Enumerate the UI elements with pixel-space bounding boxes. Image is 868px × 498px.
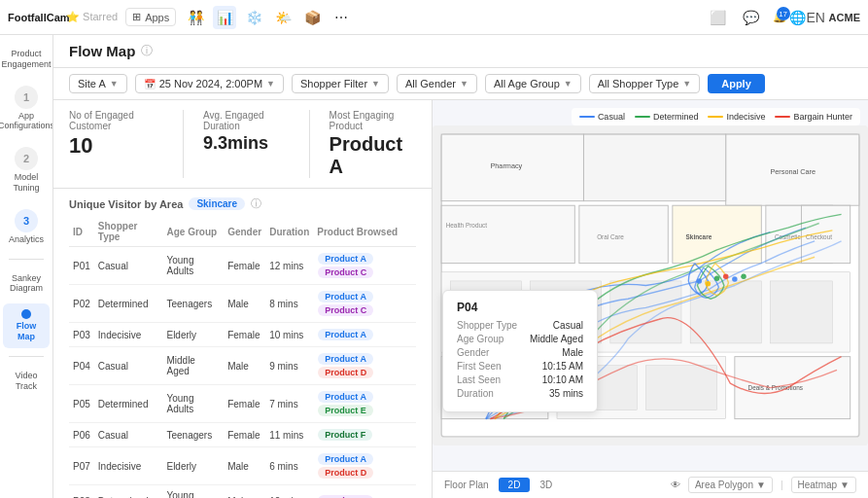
product-label: Most Engaging Product <box>330 110 416 131</box>
sidebar-item-flow-map[interactable]: Flow Map <box>3 303 50 348</box>
notification-badge: 17 <box>777 7 790 20</box>
app-icon-2[interactable]: 📊 <box>213 6 236 29</box>
right-panel: Casual Determined Indecisive Bargai <box>433 100 868 498</box>
cell-age: Teenagers <box>162 285 224 323</box>
heatmap-caret: ▼ <box>840 480 850 490</box>
cell-gender: Female <box>224 247 265 285</box>
svg-rect-6 <box>583 134 725 201</box>
gender-filter-value: All Gender <box>405 78 456 89</box>
sidebar-item-video-track[interactable]: Video Track <box>3 365 50 398</box>
sidebar-item-analytics[interactable]: 3 Analytics <box>3 203 50 251</box>
product-tag: Product C <box>318 304 373 316</box>
monitor-icon[interactable]: ⬜ <box>707 6 730 29</box>
language-selector[interactable]: 🌐 EN <box>796 6 819 29</box>
site-filter[interactable]: Site A ▼ <box>69 74 127 93</box>
tab-2d[interactable]: 2D <box>499 478 531 492</box>
app-icons: 🧑‍🤝‍🧑 📊 ❄️ 🌤️ 📦 ⋯ <box>184 6 353 29</box>
popup-duration-label: Duration <box>457 388 494 399</box>
table-row[interactable]: P03 Indecisive Elderly Female 10 mins Pr… <box>69 323 416 347</box>
cell-id: P07 <box>69 447 94 485</box>
chat-icon[interactable]: 💬 <box>740 6 763 29</box>
stats-row: No of Engaged Customer 10 Avg. Engaged D… <box>53 100 432 189</box>
age-filter[interactable]: All Age Group ▼ <box>485 74 581 93</box>
sidebar-item-label-flow-map: Flow Map <box>7 321 46 342</box>
table-row[interactable]: P08 Determined Young Adults Male 12 mins… <box>69 485 416 499</box>
tab-3d[interactable]: 3D <box>530 478 562 492</box>
cell-age: Young Adults <box>162 485 224 499</box>
date-filter[interactable]: 📅 25 Nov 2024, 2:00PM ▼ <box>135 74 284 93</box>
cell-age: Elderly <box>162 447 224 485</box>
app-icon-4[interactable]: 🌤️ <box>271 6 295 29</box>
shopper-filter[interactable]: Shopper Filter ▼ <box>292 74 389 93</box>
table-body: P01 Casual Young Adults Female 12 mins P… <box>69 247 416 499</box>
popup-age-row: Age Group Middle Aged <box>457 334 583 344</box>
cell-gender: Male <box>224 285 265 323</box>
engaged-label: No of Engaged Customer <box>69 110 163 131</box>
popup-shopper-type-row: Shopper Type Casual <box>457 320 583 331</box>
notifications-button[interactable]: 🔔 17 <box>773 11 786 23</box>
table-row[interactable]: P07 Indecisive Elderly Male 6 mins Produ… <box>69 447 416 485</box>
step-3-circle: 3 <box>15 209 38 232</box>
heatmap-select[interactable]: Heatmap ▼ <box>791 477 856 493</box>
calendar-icon: 📅 <box>144 79 156 89</box>
area-polygon-select[interactable]: Area Polygon ▼ <box>688 477 773 493</box>
cell-products: Product A <box>313 323 416 347</box>
sidebar-item-sankey[interactable]: Sankey Diagram <box>3 267 50 301</box>
duration-stat: Avg. Engaged Duration 9.3mins <box>203 110 290 178</box>
starred-link[interactable]: ⭐ Starred <box>66 11 118 23</box>
sidebar-item-model-tuning[interactable]: 2 Model Tuning <box>3 141 50 199</box>
cell-type: Indecisive <box>94 323 163 347</box>
more-apps-button[interactable]: ⋯ <box>330 6 353 29</box>
cell-type: Determined <box>94 285 163 323</box>
popup-gender-row: Gender Male <box>457 347 583 358</box>
table-row[interactable]: P05 Determined Young Adults Female 7 min… <box>69 385 416 423</box>
cell-id: P02 <box>69 285 94 323</box>
determined-label: Determined <box>653 112 699 122</box>
app-icon-1[interactable]: 🧑‍🤝‍🧑 <box>184 6 207 29</box>
visitor-popup: P04 Shopper Type Casual Age Group Middle… <box>442 290 598 412</box>
table-row[interactable]: P02 Determined Teenagers Male 8 mins Pro… <box>69 285 416 323</box>
table-row[interactable]: P04 Casual Middle Aged Male 9 mins Produ… <box>69 347 416 385</box>
sidebar-product-engagement[interactable]: ProductEngagement <box>1 43 52 76</box>
app-icon-3[interactable]: ❄️ <box>242 6 265 29</box>
floor-plan-label: Floor Plan <box>444 480 489 490</box>
apps-button[interactable]: ⊞ Apps <box>125 8 176 26</box>
popup-first-seen-value: 10:15 AM <box>542 361 583 372</box>
svg-point-31 <box>714 275 719 280</box>
svg-point-33 <box>723 274 728 279</box>
duration-value: 9.3mins <box>203 133 290 154</box>
cell-gender: Female <box>224 323 265 347</box>
shopper-filter-caret: ▼ <box>371 79 380 89</box>
duration-label: Avg. Engaged Duration <box>203 110 290 131</box>
area-polygon-caret: ▼ <box>756 480 766 490</box>
casual-label: Casual <box>598 112 625 122</box>
app-icon-5[interactable]: 📦 <box>300 6 324 29</box>
section-title: Unique Visitor by Area <box>69 198 183 210</box>
cell-gender: Male <box>224 485 265 499</box>
cell-type: Indecisive <box>94 447 163 485</box>
table-row[interactable]: P06 Casual Teenagers Female 11 mins Prod… <box>69 423 416 447</box>
cell-gender: Male <box>224 347 265 385</box>
svg-point-32 <box>706 281 711 286</box>
account-label[interactable]: ACME <box>829 12 860 23</box>
table-row[interactable]: P01 Casual Young Adults Female 12 mins P… <box>69 247 416 285</box>
cell-products: Product AProduct C <box>313 285 416 323</box>
apply-button[interactable]: Apply <box>708 74 765 93</box>
legend-casual: Casual <box>579 112 625 122</box>
topbar-right: ⬜ 💬 🔔 17 🌐 EN ACME <box>707 6 860 29</box>
cell-products: Product F <box>313 423 416 447</box>
product-tag: Product D <box>318 367 373 378</box>
product-tag: Product D <box>318 467 373 479</box>
cell-type: Casual <box>94 347 163 385</box>
help-icon[interactable]: ⓘ <box>141 43 153 59</box>
sidebar-item-app-config[interactable]: 1 App Configurations <box>3 80 50 138</box>
area-polygon-label: Area Polygon <box>695 480 753 490</box>
cell-duration: 11 mins <box>265 423 313 447</box>
gender-filter[interactable]: All Gender ▼ <box>397 74 477 93</box>
main-layout: ProductEngagement 1 App Configurations 2… <box>0 35 868 498</box>
indecisive-label: Indecisive <box>726 112 765 122</box>
sidebar-item-label-sankey: Sankey Diagram <box>7 273 46 295</box>
heatmap-label: Heatmap <box>798 480 838 490</box>
map-container: Casual Determined Indecisive Bargai <box>433 100 868 471</box>
shopper-type-filter[interactable]: All Shopper Type ▼ <box>589 74 701 93</box>
